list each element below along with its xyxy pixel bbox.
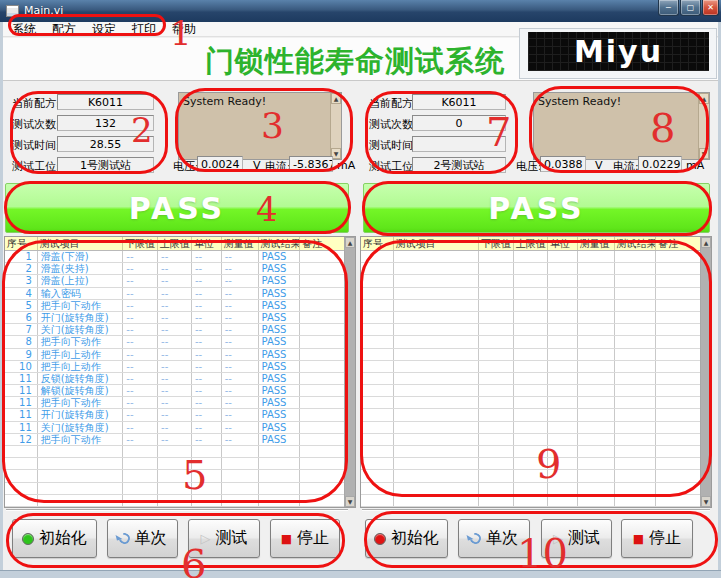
- table-row[interactable]: [361, 397, 700, 409]
- table-row[interactable]: 11解锁(旋转角度)--------PASS: [5, 385, 344, 397]
- table-row[interactable]: [361, 385, 700, 397]
- table-cell: [514, 251, 548, 262]
- table-cell: [5, 446, 38, 457]
- pass-text: PASS: [129, 191, 225, 226]
- table-row[interactable]: 11反锁(旋转角度)--------PASS: [5, 373, 344, 385]
- menu-item-system[interactable]: 系统: [12, 21, 36, 38]
- menu-item-print[interactable]: 打印: [132, 21, 156, 38]
- table-cell: [361, 409, 394, 420]
- title-bar[interactable]: Main.vi ─ ▢ ✕: [0, 0, 721, 22]
- scroll-up-icon[interactable]: ▲: [701, 237, 711, 248]
- table-row[interactable]: 11关门(旋转角度)--------PASS: [5, 422, 344, 434]
- table-cell: [548, 446, 578, 457]
- message-scrollbar[interactable]: ▲ ▼: [330, 93, 341, 159]
- table-header-row: 序号测试项目下限值上限值单位测量值测试结果备注: [361, 237, 700, 251]
- table-row[interactable]: 1滑盖(下滑)--------PASS: [5, 251, 344, 263]
- scroll-up-icon[interactable]: ▲: [331, 93, 341, 104]
- stop-button[interactable]: ■ 停止: [270, 519, 340, 558]
- table-row[interactable]: [361, 470, 700, 482]
- table-row[interactable]: [361, 361, 700, 373]
- table-row[interactable]: [361, 373, 700, 385]
- scroll-up-icon[interactable]: ▲: [345, 237, 355, 248]
- table-row[interactable]: 2滑盖(夹持)--------PASS: [5, 263, 344, 275]
- time-field[interactable]: [412, 136, 506, 152]
- station-field[interactable]: 1号测试站: [57, 157, 154, 173]
- table-row[interactable]: 11把手向下动作--------PASS: [5, 397, 344, 409]
- logo-card: Miyu: [519, 28, 717, 79]
- close-button[interactable]: ✕: [702, 0, 719, 16]
- table-row[interactable]: 10把手向上动作--------PASS: [5, 361, 344, 373]
- table-row[interactable]: [5, 446, 344, 458]
- table-row[interactable]: 5把手向下动作--------PASS: [5, 300, 344, 312]
- table-scrollbar[interactable]: ▲ ▼: [344, 237, 355, 507]
- table-row[interactable]: [361, 275, 700, 287]
- table-row[interactable]: 8把手向下动作--------PASS: [5, 336, 344, 348]
- message-box[interactable]: System Ready! ▲ ▼: [178, 92, 342, 160]
- initialize-button[interactable]: 初始化: [12, 519, 97, 558]
- test-button[interactable]: ▷ 测试: [541, 519, 612, 558]
- voltage-field[interactable]: 0.0388: [540, 156, 586, 172]
- table-row[interactable]: [361, 434, 700, 446]
- table-row[interactable]: [361, 251, 700, 263]
- menu-item-help[interactable]: 帮助: [172, 21, 196, 38]
- scroll-down-icon[interactable]: ▼: [699, 148, 709, 159]
- initialize-button[interactable]: 初始化: [365, 519, 448, 558]
- table-row[interactable]: [361, 446, 700, 458]
- table-row[interactable]: [5, 458, 344, 470]
- table-row[interactable]: 11开门(旋转角度)--------PASS: [5, 409, 344, 421]
- table-row[interactable]: [361, 324, 700, 336]
- time-field[interactable]: 28.55: [57, 136, 154, 152]
- table-row[interactable]: [361, 288, 700, 300]
- scroll-down-icon[interactable]: ▼: [701, 496, 711, 507]
- table-cell: [514, 349, 548, 360]
- table-cell: [578, 275, 615, 286]
- message-scrollbar[interactable]: ▲ ▼: [698, 93, 709, 159]
- table-row[interactable]: 4输入密码--------PASS: [5, 288, 344, 300]
- table-scrollbar[interactable]: ▲ ▼: [700, 237, 711, 507]
- table-row[interactable]: 3滑盖(上拉)--------PASS: [5, 275, 344, 287]
- table-row[interactable]: [5, 495, 344, 507]
- table-row[interactable]: [361, 495, 700, 507]
- table-cell: [394, 483, 479, 494]
- table-cell: [300, 397, 344, 408]
- menu-item-settings[interactable]: 设定: [92, 21, 116, 38]
- test-button[interactable]: ▷ 测试: [188, 519, 260, 558]
- table-row[interactable]: [361, 458, 700, 470]
- minimize-button[interactable]: ─: [658, 0, 679, 16]
- table-row[interactable]: 7关门(旋转角度)--------PASS: [5, 324, 344, 336]
- current-field[interactable]: -5.8367: [289, 156, 333, 172]
- table-cell: 10: [5, 361, 38, 372]
- single-run-button[interactable]: 单次: [107, 519, 178, 558]
- count-field[interactable]: 132: [57, 115, 154, 131]
- single-run-button[interactable]: 单次: [458, 519, 530, 558]
- table-cell: --: [158, 288, 192, 299]
- count-field[interactable]: 0: [412, 115, 506, 131]
- menu-item-recipe[interactable]: 配方: [52, 21, 76, 38]
- maximize-button[interactable]: ▢: [680, 0, 701, 16]
- stop-button[interactable]: ■ 停止: [621, 519, 693, 558]
- table-row[interactable]: [361, 422, 700, 434]
- table-row[interactable]: [361, 483, 700, 495]
- table-row[interactable]: [361, 263, 700, 275]
- scrollbar-thumb[interactable]: [345, 248, 355, 496]
- recipe-field[interactable]: K6011: [57, 94, 154, 110]
- message-box[interactable]: System Ready! ▲ ▼: [533, 92, 710, 160]
- table-row[interactable]: [361, 409, 700, 421]
- table-row[interactable]: 9把手向上动作--------PASS: [5, 349, 344, 361]
- table-row[interactable]: [361, 349, 700, 361]
- table-cell: 11: [5, 422, 38, 433]
- voltage-field[interactable]: 0.0024: [197, 156, 243, 172]
- table-row[interactable]: [5, 470, 344, 482]
- scroll-up-icon[interactable]: ▲: [699, 93, 709, 104]
- table-row[interactable]: [361, 336, 700, 348]
- scroll-down-icon[interactable]: ▼: [345, 496, 355, 507]
- scrollbar-thumb[interactable]: [701, 248, 711, 496]
- current-field[interactable]: 0.0229: [638, 156, 682, 172]
- table-row[interactable]: 6开门(旋转角度)--------PASS: [5, 312, 344, 324]
- table-row[interactable]: [361, 312, 700, 324]
- table-row[interactable]: [361, 300, 700, 312]
- table-row[interactable]: [5, 483, 344, 495]
- station-field[interactable]: 2号测试站: [412, 157, 506, 173]
- recipe-field[interactable]: K6011: [412, 94, 506, 110]
- table-row[interactable]: 12把手向下动作--------PASS: [5, 434, 344, 446]
